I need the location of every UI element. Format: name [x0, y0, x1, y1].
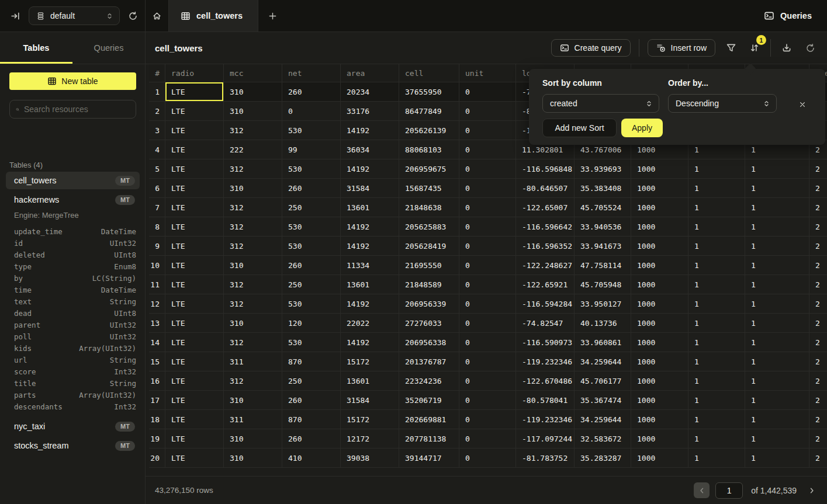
- cell[interactable]: 260: [282, 82, 341, 102]
- cell[interactable]: 1000: [631, 391, 688, 410]
- column-header[interactable]: cell: [399, 64, 459, 82]
- cell[interactable]: 312: [224, 275, 282, 294]
- cell[interactable]: 21848638: [399, 198, 459, 217]
- cell[interactable]: 1000: [631, 449, 688, 468]
- cell[interactable]: 312: [224, 371, 282, 391]
- add-new-sort-button[interactable]: Add new Sort: [542, 119, 617, 137]
- cell[interactable]: -116.590973: [516, 333, 575, 352]
- cell[interactable]: 311: [224, 410, 282, 429]
- cell[interactable]: LTE: [165, 217, 224, 237]
- cell[interactable]: 34.259644: [575, 410, 631, 429]
- collapse-sidebar-icon[interactable]: [11, 11, 20, 21]
- search-input[interactable]: [24, 105, 130, 114]
- cell[interactable]: 1000: [631, 371, 688, 391]
- cell[interactable]: -116.596352: [516, 237, 575, 256]
- cell[interactable]: LTE: [165, 198, 224, 217]
- column-header[interactable]: mcc: [224, 64, 282, 82]
- cell[interactable]: 2: [809, 314, 827, 333]
- cell[interactable]: 2: [809, 429, 827, 449]
- cell[interactable]: 0: [459, 449, 516, 468]
- cell[interactable]: 27276033: [399, 314, 459, 333]
- cell[interactable]: 14192: [341, 217, 399, 237]
- cell[interactable]: 1: [745, 179, 809, 198]
- cell[interactable]: 311: [224, 352, 282, 371]
- cell[interactable]: 312: [224, 333, 282, 352]
- cell[interactable]: -80.578041: [516, 391, 575, 410]
- cell[interactable]: 86477849: [399, 102, 459, 121]
- cell[interactable]: 1: [688, 371, 745, 391]
- cell[interactable]: 870: [282, 352, 341, 371]
- cell[interactable]: -119.232346: [516, 352, 575, 371]
- cell[interactable]: 310: [224, 391, 282, 410]
- cell[interactable]: LTE: [165, 82, 224, 102]
- cell[interactable]: 0: [459, 371, 516, 391]
- cell[interactable]: 1: [688, 429, 745, 449]
- cell[interactable]: 14192: [341, 159, 399, 179]
- sidebar-table-cell-towers[interactable]: cell_towers MT: [6, 172, 140, 189]
- cell[interactable]: 0: [459, 256, 516, 275]
- cell[interactable]: 31584: [341, 179, 399, 198]
- cell[interactable]: LTE: [165, 352, 224, 371]
- cell[interactable]: 1: [688, 333, 745, 352]
- column-header[interactable]: net: [282, 64, 341, 82]
- cell[interactable]: 0: [459, 410, 516, 429]
- cell[interactable]: LTE: [165, 121, 224, 140]
- cell[interactable]: 205625883: [399, 217, 459, 237]
- cell[interactable]: 202669881: [399, 410, 459, 429]
- cell[interactable]: LTE: [165, 294, 224, 314]
- cell[interactable]: 1: [745, 391, 809, 410]
- cell[interactable]: 1000: [631, 198, 688, 217]
- cell[interactable]: 47.758114: [575, 256, 631, 275]
- cell[interactable]: 250: [282, 198, 341, 217]
- cell[interactable]: 2: [809, 237, 827, 256]
- cell[interactable]: 1: [688, 314, 745, 333]
- queries-button[interactable]: Queries: [764, 11, 812, 21]
- cell[interactable]: 22324236: [399, 371, 459, 391]
- cell[interactable]: 0: [459, 352, 516, 371]
- cell[interactable]: 250: [282, 371, 341, 391]
- cell[interactable]: 40.13736: [575, 314, 631, 333]
- cell[interactable]: -122.65007: [516, 198, 575, 217]
- cell[interactable]: 1: [688, 237, 745, 256]
- cell[interactable]: 0: [459, 237, 516, 256]
- cell[interactable]: 31584: [341, 391, 399, 410]
- cell[interactable]: 14192: [341, 121, 399, 140]
- cell[interactable]: 2: [809, 275, 827, 294]
- cell[interactable]: 1000: [631, 237, 688, 256]
- cell[interactable]: 1000: [631, 159, 688, 179]
- cell[interactable]: 2: [809, 391, 827, 410]
- cell[interactable]: LTE: [165, 333, 224, 352]
- database-selector[interactable]: default: [29, 6, 120, 25]
- cell[interactable]: 530: [282, 294, 341, 314]
- column-header[interactable]: #: [149, 64, 165, 82]
- cell[interactable]: 1000: [631, 352, 688, 371]
- cell[interactable]: 33.941673: [575, 237, 631, 256]
- cell[interactable]: 1: [688, 410, 745, 429]
- cell[interactable]: 99: [282, 140, 341, 159]
- cell[interactable]: 45.706177: [575, 371, 631, 391]
- cell[interactable]: 39144717: [399, 449, 459, 468]
- cell[interactable]: -74.82547: [516, 314, 575, 333]
- cell[interactable]: 310: [224, 256, 282, 275]
- cell[interactable]: 1: [688, 391, 745, 410]
- cell[interactable]: -116.596848: [516, 159, 575, 179]
- cell[interactable]: 1: [688, 256, 745, 275]
- cell[interactable]: 1: [688, 352, 745, 371]
- cell[interactable]: 0: [459, 198, 516, 217]
- cell[interactable]: 1: [745, 333, 809, 352]
- cell[interactable]: 870: [282, 410, 341, 429]
- cell[interactable]: 15172: [341, 352, 399, 371]
- cell[interactable]: 0: [459, 179, 516, 198]
- cell[interactable]: 530: [282, 121, 341, 140]
- cell[interactable]: 205628419: [399, 237, 459, 256]
- cell[interactable]: LTE: [165, 391, 224, 410]
- cell[interactable]: 0: [459, 391, 516, 410]
- column-header[interactable]: radio: [165, 64, 224, 82]
- cell[interactable]: 15687435: [399, 179, 459, 198]
- cell[interactable]: 37655950: [399, 82, 459, 102]
- cell[interactable]: 35.383408: [575, 179, 631, 198]
- cell[interactable]: 12172: [341, 429, 399, 449]
- cell[interactable]: 15172: [341, 410, 399, 429]
- cell[interactable]: LTE: [165, 159, 224, 179]
- cell[interactable]: LTE: [165, 140, 224, 159]
